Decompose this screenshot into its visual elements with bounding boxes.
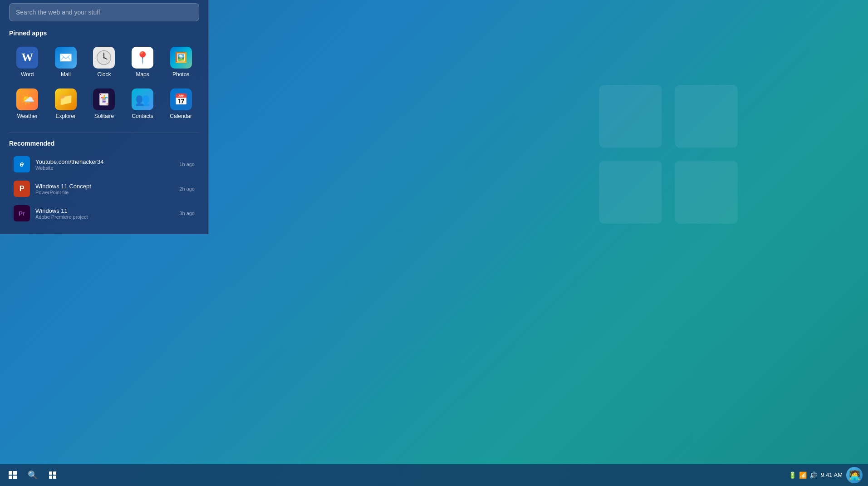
win11-rec-info: Windows 11 Adobe Premiere project [35,207,174,220]
rec-item-win11concept[interactable]: P Windows 11 Concept PowerPoint file 2h … [9,177,199,201]
svg-rect-10 [9,476,12,479]
youtube-rec-icon: e [14,156,30,172]
desktop: 🧑‍💻 ☰ Pinned apps W Word ✉️ Mail Clock 📍… [0,0,868,486]
youtube-rec-type: Website [35,165,174,171]
taskbar: 🔍 🔋 📶 🔊 9:41 AM 🧑‍💻 [0,464,868,486]
mail-label: Mail [61,71,71,78]
pinned-app-mail[interactable]: ✉️ Mail [48,42,84,82]
youtube-rec-info: Youtube.com/thehacker34 Website [35,158,174,171]
pinned-app-maps[interactable]: 📍 Maps [124,42,161,82]
rec-item-win11[interactable]: Pr Windows 11 Adobe Premiere project 3h … [9,201,199,225]
section-divider [9,132,199,133]
clock-label: Clock [97,71,111,78]
widgets-button[interactable] [44,466,62,484]
svg-rect-3 [675,161,738,224]
clock-icon [93,47,115,69]
start-button[interactable] [4,466,22,484]
win11-rec-name: Windows 11 [35,207,174,214]
windows-logo [596,82,741,227]
taskbar-avatar[interactable]: 🧑‍💻 [846,467,863,483]
pinned-apps-header: Pinned apps [9,29,199,37]
win11concept-rec-time: 2h ago [179,186,195,191]
win11concept-rec-info: Windows 11 Concept PowerPoint file [35,183,174,195]
svg-rect-1 [675,85,738,147]
start-menu: 🧑‍💻 ☰ Pinned apps W Word ✉️ Mail Clock 📍… [0,0,209,234]
pinned-app-explorer[interactable]: 📁 Explorer [48,84,84,124]
rec-item-youtube[interactable]: e Youtube.com/thehacker34 Website 1h ago [9,152,199,176]
taskbar-clock[interactable]: 9:41 AM [821,471,843,479]
svg-rect-11 [13,476,17,479]
pinned-app-clock[interactable]: Clock [86,42,123,82]
win11concept-rec-icon: P [14,181,30,197]
contacts-icon: 👥 [132,88,153,110]
win11-rec-type: Adobe Premiere project [35,214,174,220]
svg-rect-8 [9,471,12,475]
svg-rect-15 [53,476,56,479]
volume-icon: 🔊 [809,471,817,479]
svg-rect-13 [53,471,56,475]
youtube-rec-name: Youtube.com/thehacker34 [35,158,174,165]
search-taskbar-button[interactable]: 🔍 [24,466,42,484]
photos-label: Photos [172,71,189,78]
maps-label: Maps [136,71,149,78]
pinned-apps-grid: W Word ✉️ Mail Clock 📍 Maps 🖼️ Photos 🌤️… [9,42,199,124]
weather-icon: 🌤️ [16,88,38,110]
svg-rect-14 [49,476,52,479]
contacts-label: Contacts [132,113,153,119]
word-label: Word [21,71,34,78]
explorer-label: Explorer [56,113,76,119]
svg-rect-12 [49,471,52,475]
clock-time: 9:41 AM [821,471,843,479]
pinned-app-solitaire[interactable]: 🃏 Solitaire [86,84,123,124]
maps-icon: 📍 [132,47,153,69]
pinned-app-contacts[interactable]: 👥 Contacts [124,84,161,124]
taskbar-right: 🔋 📶 🔊 9:41 AM 🧑‍💻 [789,467,864,483]
calendar-label: Calendar [170,113,192,119]
youtube-rec-time: 1h ago [179,162,195,167]
system-tray-icons: 🔋 📶 🔊 [789,471,817,479]
recommended-list: e Youtube.com/thehacker34 Website 1h ago… [9,152,199,225]
win11concept-rec-type: PowerPoint file [35,190,174,195]
win11-rec-time: 3h ago [179,211,195,216]
photos-icon: 🖼️ [170,47,192,69]
solitaire-label: Solitaire [94,113,114,119]
win11-rec-icon: Pr [14,205,30,221]
svg-rect-9 [13,471,17,475]
calendar-icon: 📅 [170,88,192,110]
weather-label: Weather [17,113,38,119]
search-input[interactable] [9,3,199,21]
battery-icon: 🔋 [789,471,796,479]
svg-rect-2 [599,161,662,224]
win11concept-rec-name: Windows 11 Concept [35,183,174,190]
pinned-app-word[interactable]: W Word [9,42,46,82]
word-icon: W [16,47,38,69]
pinned-app-photos[interactable]: 🖼️ Photos [162,42,199,82]
pinned-app-weather[interactable]: 🌤️ Weather [9,84,46,124]
recommended-header: Recommended [9,140,199,147]
explorer-icon: 📁 [55,88,77,110]
wifi-icon: 📶 [799,471,807,479]
solitaire-icon: 🃏 [93,88,115,110]
mail-icon: ✉️ [55,47,77,69]
taskbar-left: 🔍 [4,466,62,484]
pinned-app-calendar[interactable]: 📅 Calendar [162,84,199,124]
svg-rect-0 [599,85,662,147]
